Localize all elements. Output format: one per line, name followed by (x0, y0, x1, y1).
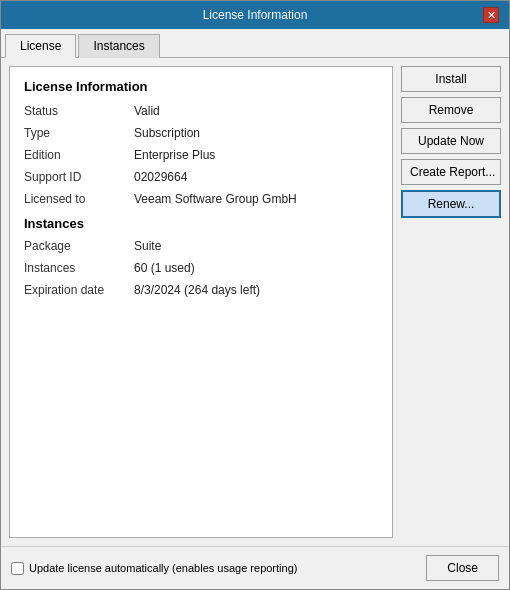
footer-close-button[interactable]: Close (426, 555, 499, 581)
tab-license[interactable]: License (5, 34, 76, 58)
buttons-panel: Install Remove Update Now Create Report.… (401, 66, 501, 538)
content-area: License Information Status Valid Type Su… (1, 58, 509, 546)
tab-instances[interactable]: Instances (78, 34, 159, 58)
table-row: Status Valid (24, 104, 378, 118)
label-status: Status (24, 104, 134, 118)
auto-update-checkbox-label[interactable]: Update license automatically (enables us… (11, 562, 297, 575)
value-package: Suite (134, 239, 161, 253)
value-licensed-to: Veeam Software Group GmbH (134, 192, 297, 206)
install-button[interactable]: Install (401, 66, 501, 92)
table-row: Licensed to Veeam Software Group GmbH (24, 192, 378, 206)
label-edition: Edition (24, 148, 134, 162)
auto-update-label-text: Update license automatically (enables us… (29, 562, 297, 574)
remove-button[interactable]: Remove (401, 97, 501, 123)
value-type: Subscription (134, 126, 200, 140)
table-row: Expiration date 8/3/2024 (264 days left) (24, 283, 378, 297)
tabs-container: License Instances (1, 29, 509, 58)
table-row: Support ID 02029664 (24, 170, 378, 184)
label-instances: Instances (24, 261, 134, 275)
label-licensed-to: Licensed to (24, 192, 134, 206)
value-status: Valid (134, 104, 160, 118)
value-support-id: 02029664 (134, 170, 187, 184)
label-expiration-date: Expiration date (24, 283, 134, 297)
value-expiration-date: 8/3/2024 (264 days left) (134, 283, 260, 297)
instances-section-title: Instances (24, 216, 378, 231)
renew-button[interactable]: Renew... (401, 190, 501, 218)
title-bar: License Information ✕ (1, 1, 509, 29)
auto-update-checkbox[interactable] (11, 562, 24, 575)
value-edition: Enterprise Plus (134, 148, 215, 162)
table-row: Instances 60 (1 used) (24, 261, 378, 275)
table-row: Type Subscription (24, 126, 378, 140)
table-row: Edition Enterprise Plus (24, 148, 378, 162)
label-package: Package (24, 239, 134, 253)
close-icon[interactable]: ✕ (483, 7, 499, 23)
license-information-dialog: License Information ✕ License Instances … (0, 0, 510, 590)
table-row: Package Suite (24, 239, 378, 253)
create-report-button[interactable]: Create Report... (401, 159, 501, 185)
label-type: Type (24, 126, 134, 140)
value-instances: 60 (1 used) (134, 261, 195, 275)
label-support-id: Support ID (24, 170, 134, 184)
footer: Update license automatically (enables us… (1, 546, 509, 589)
license-section-title: License Information (24, 79, 378, 94)
info-panel: License Information Status Valid Type Su… (9, 66, 393, 538)
update-now-button[interactable]: Update Now (401, 128, 501, 154)
dialog-title: License Information (27, 8, 483, 22)
